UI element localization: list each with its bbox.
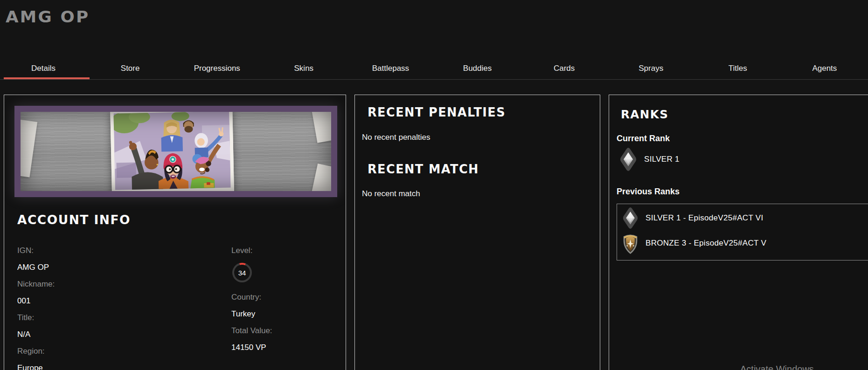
ranks-panel: RANKS Current Rank SILVER 1 Previous Ran… xyxy=(609,95,868,370)
previous-rank-row: BRONZE 3 - EpisodeV25#ACT V xyxy=(622,232,766,254)
previous-rank-name: BRONZE 3 - EpisodeV25#ACT V xyxy=(646,239,766,248)
field-label-country: Country: xyxy=(231,293,272,302)
field-label-title: Title: xyxy=(17,313,55,322)
current-rank-name: SILVER 1 xyxy=(644,155,680,164)
recent-match-heading: RECENT MATCH xyxy=(368,162,479,176)
recent-activity-panel: RECENT PENALTIES No recent penalties REC… xyxy=(354,95,600,370)
tab-progressions[interactable]: Progressions xyxy=(174,51,260,79)
group-selfie-illustration xyxy=(113,112,230,190)
app-window: AMG OP Details Store Progressions Skins … xyxy=(0,0,868,370)
photo-sliver xyxy=(21,119,37,177)
field-value-region: Europe xyxy=(17,363,55,370)
tab-store[interactable]: Store xyxy=(87,51,174,79)
recent-penalties-heading: RECENT PENALTIES xyxy=(368,105,506,119)
banner-wood-texture xyxy=(21,112,331,191)
activate-windows-watermark: Activate Windows xyxy=(740,364,814,370)
level-value: 34 xyxy=(238,269,246,277)
tab-details[interactable]: Details xyxy=(0,51,87,79)
tab-skins[interactable]: Skins xyxy=(260,51,347,79)
field-value-ign: AMG OP xyxy=(17,263,55,272)
account-fields-right: Level: 34 Country: Turkey Total Value: 1… xyxy=(231,246,272,360)
field-label-nickname: Nickname: xyxy=(17,280,55,289)
silver-rank-icon xyxy=(622,207,639,229)
previous-ranks-list: SILVER 1 - EpisodeV25#ACT VI BRONZE 3 - … xyxy=(617,204,868,260)
tab-sprays[interactable]: Sprays xyxy=(608,51,694,79)
field-value-total-value: 14150 VP xyxy=(231,343,272,352)
field-value-title: N/A xyxy=(17,330,55,339)
photo-sliver xyxy=(312,164,331,191)
no-recent-match-text: No recent match xyxy=(362,189,420,199)
field-label-level: Level: xyxy=(231,246,272,255)
level-progress-ring: 34 xyxy=(232,263,252,282)
tab-bar: Details Store Progressions Skins Battlep… xyxy=(0,51,868,80)
app-logo: AMG OP xyxy=(6,7,90,26)
ranks-heading: RANKS xyxy=(621,108,668,121)
field-label-total-value: Total Value: xyxy=(231,326,272,336)
current-rank-row: SILVER 1 xyxy=(619,147,680,171)
field-value-country: Turkey xyxy=(231,309,272,319)
account-info-panel: ACCOUNT INFO IGN: AMG OP Nickname: 001 T… xyxy=(4,95,346,370)
field-value-nickname: 001 xyxy=(17,296,55,306)
previous-rank-row: SILVER 1 - EpisodeV25#ACT VI xyxy=(622,207,764,229)
photo-sliver xyxy=(312,112,331,143)
account-fields-left: IGN: AMG OP Nickname: 001 Title: N/A Reg… xyxy=(17,246,55,370)
account-info-heading: ACCOUNT INFO xyxy=(17,212,131,227)
previous-ranks-label: Previous Ranks xyxy=(617,187,680,197)
field-label-ign: IGN: xyxy=(17,246,55,255)
field-label-region: Region: xyxy=(17,347,55,356)
current-rank-label: Current Rank xyxy=(617,134,670,144)
silver-rank-icon xyxy=(619,147,638,171)
tab-titles[interactable]: Titles xyxy=(694,51,781,79)
previous-rank-name: SILVER 1 - EpisodeV25#ACT VI xyxy=(646,213,764,223)
no-recent-penalties-text: No recent penalties xyxy=(362,133,430,142)
bronze-rank-icon xyxy=(622,232,639,254)
tab-buddies[interactable]: Buddies xyxy=(434,51,521,79)
banner-polaroid-photo xyxy=(110,112,234,191)
player-card-banner xyxy=(14,106,337,197)
tab-battlepass[interactable]: Battlepass xyxy=(347,51,434,79)
tab-agents[interactable]: Agents xyxy=(781,51,868,79)
tab-cards[interactable]: Cards xyxy=(521,51,608,79)
